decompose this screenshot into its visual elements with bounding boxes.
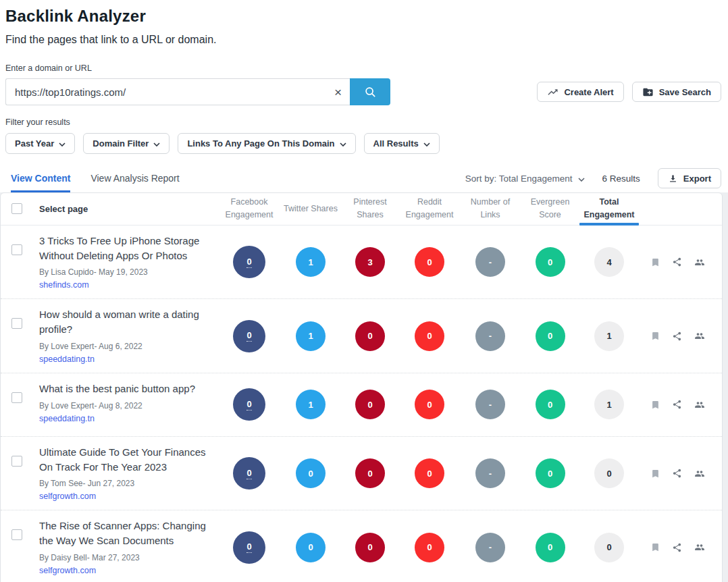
page-title: Backlink Analyzer [5, 4, 723, 26]
article-title[interactable]: Ultimate Guide To Get Your Finances On T… [39, 445, 206, 475]
row-select-cell [1, 445, 28, 467]
row-select-cell [1, 519, 28, 540]
article-domain-link[interactable]: selfgrowth.com [39, 492, 96, 501]
bookmark-icon[interactable] [650, 399, 660, 411]
total-engagement-cell: 1 [579, 390, 639, 419]
search-button[interactable] [350, 78, 390, 105]
create-alert-button[interactable]: Create Alert [537, 82, 623, 102]
search-input-wrap: × [5, 78, 350, 105]
group-icon[interactable] [694, 542, 706, 552]
article-domain-link[interactable]: speeddating.tn [39, 354, 95, 364]
table-row: Ultimate Guide To Get Your Finances On T… [1, 436, 722, 510]
share-icon[interactable] [672, 399, 682, 410]
chevron-down-icon [340, 138, 346, 149]
twitter-badge: 1 [296, 247, 326, 277]
share-icon[interactable] [672, 331, 682, 342]
bookmark-icon[interactable] [650, 541, 660, 553]
pinterest-shares-cell: 0 [341, 390, 399, 419]
row-checkbox[interactable] [11, 318, 22, 329]
number-of-links-cell: - [460, 321, 521, 351]
reddit-badge: 0 [415, 247, 444, 277]
group-icon[interactable] [694, 469, 706, 479]
filter-date-range-label: Past Year [15, 138, 54, 149]
twitter-shares-cell: 1 [280, 247, 341, 277]
filter-date-range[interactable]: Past Year [5, 133, 75, 154]
sort-cluster: Sort by: Total Engagement 6 Results Expo… [465, 168, 721, 192]
total-badge: 4 [594, 247, 624, 277]
tab-view-content[interactable]: View Content [11, 167, 70, 192]
row-checkbox[interactable] [11, 244, 22, 255]
bookmark-icon[interactable] [650, 330, 660, 342]
filter-domain[interactable]: Domain Filter [83, 133, 170, 154]
export-label: Export [683, 174, 711, 184]
row-checkbox[interactable] [11, 456, 22, 467]
number-of-links-cell: - [460, 458, 521, 488]
total-badge: 1 [594, 321, 624, 351]
export-button[interactable]: Export [658, 168, 721, 188]
group-icon[interactable] [694, 331, 706, 341]
save-search-button[interactable]: Save Search [632, 82, 721, 102]
search-icon [364, 86, 377, 99]
tab-view-analysis-report[interactable]: View Analysis Report [90, 167, 179, 192]
group-icon[interactable] [694, 400, 706, 410]
results-count: 6 Results [602, 174, 640, 184]
facebook-badge: 0 [233, 388, 265, 421]
search-input[interactable] [5, 78, 350, 105]
pinterest-badge: 3 [355, 247, 385, 277]
links-badge: - [475, 247, 505, 277]
twitter-shares-cell: 0 [280, 533, 341, 562]
total-badge: 1 [594, 390, 624, 419]
reddit-engagement-cell: 0 [399, 458, 460, 488]
chevron-down-icon [59, 138, 66, 149]
facebook-badge: 0 [233, 320, 265, 352]
reddit-engagement-cell: 0 [399, 533, 460, 562]
table-body: 3 Tricks To Free Up iPhone Storage Witho… [1, 226, 722, 582]
filter-link-scope-label: Links To Any Page On This Domain [187, 138, 334, 149]
evergreen-score-cell: 0 [521, 390, 579, 419]
group-icon[interactable] [694, 257, 706, 267]
links-badge: - [475, 321, 505, 351]
twitter-badge: 0 [296, 533, 326, 562]
article-byline: By Love Expert- Aug 8, 2022 [39, 401, 206, 411]
filter-link-scope[interactable]: Links To Any Page On This Domain [178, 133, 355, 154]
search-group: × [5, 78, 390, 105]
article-title[interactable]: How should a woman write a dating profil… [39, 307, 206, 337]
col-pinterest-shares: Pinterest Shares [341, 193, 399, 225]
results-table: Select page Facebook Engagement Twitter … [0, 192, 723, 582]
filter-results-type[interactable]: All Results [364, 133, 440, 154]
article-domain-link[interactable]: shefinds.com [39, 280, 89, 290]
sort-by-label: Sort by: Total Engagement [465, 174, 573, 184]
pinterest-badge: 0 [355, 458, 385, 488]
select-all-checkbox[interactable] [11, 203, 22, 214]
reddit-badge: 0 [415, 321, 444, 351]
bookmark-icon[interactable] [650, 468, 660, 479]
evergreen-score-cell: 0 [521, 458, 579, 488]
facebook-engagement-cell: 0 [218, 320, 280, 352]
row-checkbox[interactable] [11, 529, 22, 540]
clear-icon[interactable]: × [332, 84, 344, 100]
sort-by-dropdown[interactable]: Sort by: Total Engagement [465, 174, 585, 184]
row-checkbox[interactable] [11, 392, 22, 403]
filter-chips: Past Year Domain Filter Links To Any Pag… [5, 133, 723, 154]
article-title[interactable]: 3 Tricks To Free Up iPhone Storage Witho… [39, 234, 206, 263]
article-title[interactable]: The Rise of Scanner Apps: Changing the W… [39, 519, 206, 548]
share-icon[interactable] [672, 257, 682, 267]
article-domain-link[interactable]: speeddating.tn [39, 414, 95, 423]
reddit-badge: 0 [415, 390, 444, 419]
page-subtitle: Find the pages that link to a URL or dom… [5, 34, 723, 46]
facebook-badge: 0 [233, 246, 265, 278]
share-icon[interactable] [672, 542, 682, 553]
article-domain-link[interactable]: selfgrowth.com [39, 566, 96, 575]
number-of-links-cell: - [460, 247, 521, 277]
filter-label: Filter your results [5, 117, 723, 127]
pinterest-shares-cell: 0 [341, 458, 399, 488]
twitter-badge: 1 [296, 321, 326, 351]
bookmark-icon[interactable] [650, 257, 660, 268]
share-icon[interactable] [672, 468, 682, 479]
facebook-engagement-cell: 0 [218, 246, 280, 278]
pinterest-shares-cell: 0 [341, 533, 399, 562]
article-title[interactable]: What is the best panic button app? [39, 381, 206, 396]
number-of-links-cell: - [460, 533, 521, 562]
col-facebook-engagement: Facebook Engagement [218, 193, 280, 225]
evergreen-score-cell: 0 [521, 533, 579, 562]
